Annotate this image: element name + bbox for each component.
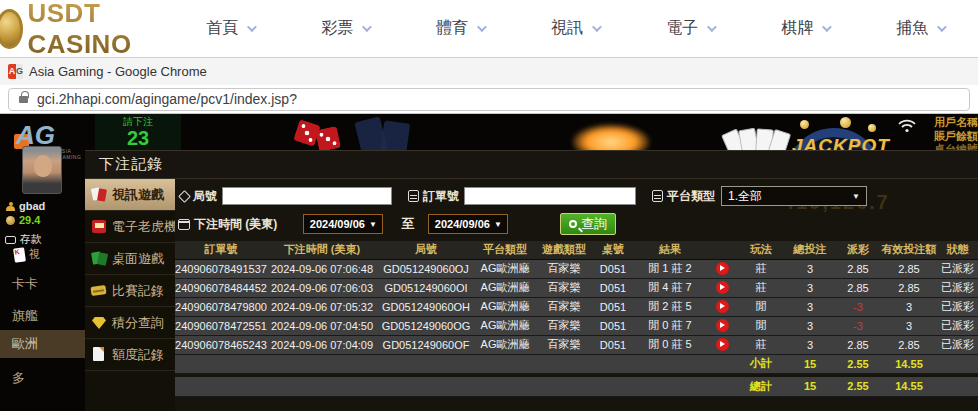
- cell-game-type: 百家樂: [535, 316, 593, 335]
- bet-timer-value: 23: [95, 129, 181, 147]
- cell-table-no: D051: [593, 278, 633, 297]
- url-text: gci.2hhapi.com/agingame/pcv1/index.jsp?: [37, 91, 297, 107]
- window-title: Asia Gaming - Google Chrome: [29, 64, 207, 79]
- wifi-icon: [898, 119, 916, 133]
- table-header-row: 訂單號下注時間 (美東)局號平台類型遊戲類型桌號結果玩法總投注派彩有效投注額狀態: [175, 241, 978, 259]
- sidebar-item[interactable]: 視訊遊戲: [85, 179, 175, 211]
- cell-play-type: 莊: [737, 259, 785, 278]
- sidebar-item[interactable]: 額度記錄: [85, 339, 175, 371]
- tag-icon: [178, 190, 191, 203]
- cell-platform: AG歐洲廳: [475, 335, 535, 354]
- replay-button[interactable]: [716, 319, 729, 332]
- cell-replay: [707, 335, 737, 354]
- total-row: 總計 15 2.55 14.55: [175, 377, 978, 396]
- cell-payout: 2.85: [835, 259, 881, 278]
- cell-game-no: GD051249060OJ: [377, 259, 475, 278]
- cell-platform: AG歐洲廳: [475, 259, 535, 278]
- bg-menu-item-active: 歐洲: [0, 330, 85, 358]
- nav-item[interactable]: 彩票: [321, 18, 369, 39]
- chevron-down-icon: [477, 22, 487, 32]
- bet-timer: 請下注 23: [95, 114, 181, 150]
- site-top-nav: USDT CASINO 首頁 彩票 體育 視訊 電子 棋牌 捕魚: [0, 0, 978, 57]
- cell-status: 已派彩: [937, 335, 978, 354]
- platform-type-label: 平台類型: [667, 188, 715, 205]
- cell-game-type: 百家樂: [535, 278, 593, 297]
- coin-logo-icon: [0, 9, 23, 49]
- cell-payout: -3: [835, 316, 881, 335]
- replay-button[interactable]: [716, 262, 729, 275]
- total-label: 總計: [737, 377, 785, 396]
- nav-item[interactable]: 捕魚: [896, 18, 944, 39]
- deposit-icon: [5, 236, 16, 244]
- sidebar-item[interactable]: 比賽記錄: [85, 275, 175, 307]
- chevron-down-icon: [247, 22, 257, 32]
- site-logo[interactable]: USDT CASINO: [0, 0, 144, 60]
- coin-icon: [6, 216, 15, 225]
- chevron-down-icon: [937, 22, 947, 32]
- nav-item[interactable]: 棋牌: [781, 18, 829, 39]
- chrome-url-bar: gci.2hhapi.com/agingame/pcv1/index.jsp?: [0, 85, 978, 114]
- column-header: [707, 241, 737, 259]
- nav-item[interactable]: 體育: [436, 18, 484, 39]
- platform-type-icon: [652, 190, 663, 202]
- platform-type-select[interactable]: 1.全部 ▼: [721, 186, 867, 206]
- user-icon: [6, 202, 15, 211]
- caret-down-icon: ▼: [369, 220, 377, 229]
- cell-replay: [707, 278, 737, 297]
- game-no-input[interactable]: [222, 187, 392, 205]
- sidebar-item[interactable]: 積分查詢: [85, 307, 175, 339]
- cell-replay: [707, 259, 737, 278]
- nav-item[interactable]: 首頁: [206, 18, 254, 39]
- balance: 29.4: [19, 214, 40, 226]
- date-to-select[interactable]: 2024/09/06 ▼: [428, 214, 508, 234]
- cell-game-no: GD051249060OG: [377, 316, 475, 335]
- cell-table-no: D051: [593, 316, 633, 335]
- order-no-input[interactable]: [464, 187, 636, 205]
- nav-item[interactable]: 電子: [666, 18, 714, 39]
- search-button[interactable]: 查詢: [560, 213, 616, 235]
- date-from-select[interactable]: 2024/09/06 ▼: [303, 214, 383, 234]
- cell-play-type: 閒: [737, 297, 785, 316]
- lock-icon: [19, 96, 28, 103]
- cell-result: 閒 1 莊 2: [633, 259, 707, 278]
- modal-title: 下注記錄: [85, 151, 978, 179]
- dice-icon: [315, 126, 341, 152]
- site-nav-items: 首頁 彩票 體育 視訊 電子 棋牌 捕魚: [206, 18, 978, 39]
- cell-game-no: GD051249060OH: [377, 297, 475, 316]
- cell-play-type: 莊: [737, 278, 785, 297]
- table-games-icon: [91, 251, 107, 266]
- user-avatar: [22, 146, 62, 194]
- cell-bet-time: 2024-09-06 07:04:50: [267, 316, 377, 335]
- cell-table-no: D051: [593, 259, 633, 278]
- cell-result: 閒 4 莊 7: [633, 278, 707, 297]
- to-label: 至: [401, 215, 414, 233]
- url-input[interactable]: gci.2hhapi.com/agingame/pcv1/index.jsp?: [8, 88, 970, 111]
- cell-order-no: 240906078484452: [175, 278, 267, 297]
- cell-status: 已派彩: [937, 297, 978, 316]
- sidebar-item-label: 電子老虎機: [112, 218, 177, 236]
- chrome-title-bar: A G Asia Gaming - Google Chrome: [0, 57, 978, 85]
- cell-result: 閒 0 莊 7: [633, 316, 707, 335]
- order-no-label: 訂單號: [423, 188, 459, 205]
- points-gem-icon: [91, 315, 107, 330]
- cell-play-type: 閒: [737, 316, 785, 335]
- cell-table-no: D051: [593, 335, 633, 354]
- cell-order-no: 240906078491537: [175, 259, 267, 278]
- column-header: 有效投注額: [881, 241, 937, 259]
- sidebar-item[interactable]: 電子老虎機: [85, 211, 175, 243]
- cell-total-bet: 3: [785, 278, 835, 297]
- video-cards-bg-icon: [13, 247, 26, 262]
- modal-sidebar: 視訊遊戲 電子老虎機 桌面遊戲 比賽記錄 積分查詢 額度記錄: [85, 179, 175, 411]
- cell-table-no: D051: [593, 297, 633, 316]
- bet-records-table: 訂單號下注時間 (美東)局號平台類型遊戲類型桌號結果玩法總投注派彩有效投注額狀態…: [175, 241, 978, 397]
- sidebar-item-label: 額度記錄: [112, 346, 164, 364]
- replay-button[interactable]: [716, 338, 729, 351]
- chevron-down-icon: [822, 22, 832, 32]
- replay-button[interactable]: [716, 300, 729, 313]
- replay-button[interactable]: [716, 281, 729, 294]
- nav-item[interactable]: 視訊: [551, 18, 599, 39]
- bg-menu-item: 卡卡: [0, 270, 85, 298]
- bg-menu-item: 多: [0, 364, 85, 392]
- cell-payout: 2.85: [835, 335, 881, 354]
- sidebar-item[interactable]: 桌面遊戲: [85, 243, 175, 275]
